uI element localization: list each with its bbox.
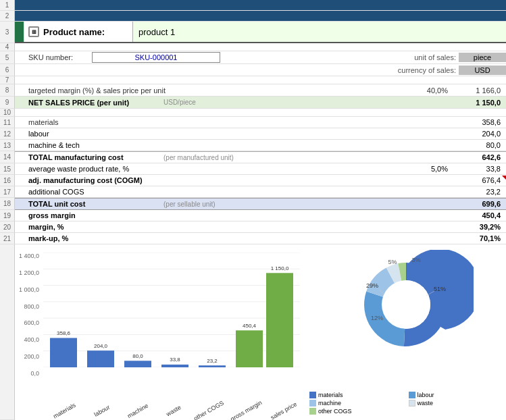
svg-point-23 [382, 280, 430, 329]
targeted-margin-label: targeted margin (%) & sales price per un… [24, 86, 405, 95]
total-mfg-label: TOTAL manufacturing cost [24, 153, 159, 162]
row-num-1: 1 [0, 0, 15, 11]
row-num-16: 16 [0, 175, 15, 186]
svg-text:3%: 3% [411, 257, 420, 263]
row-num-12: 12 [0, 128, 15, 140]
row-labour: 12 labour 204,0 [0, 128, 506, 140]
row-num-9: 9 [0, 97, 15, 109]
net-sales-note: USD/piece [159, 98, 213, 107]
net-sales-label: NET SALES PRICE (per unit) [24, 98, 159, 107]
row-currency: 6 currency of sales: USD [0, 64, 506, 76]
row-machine: 13 machine & tech 80,0 [0, 140, 506, 151]
row-markup: 21 mark-up, % 70,1% [0, 233, 506, 244]
row-num-3: 3 [0, 22, 15, 43]
targeted-margin-pct[interactable]: 40,0% [405, 86, 452, 95]
labour-val[interactable]: 204,0 [452, 129, 506, 138]
svg-text:23,2: 23,2 [207, 358, 218, 364]
avg-waste-val[interactable]: 33,8 [452, 164, 506, 174]
gross-margin-label: gross margin [24, 211, 452, 220]
product-icon: ⊞ [28, 26, 39, 37]
row-materials: 11 materials 358,6 [0, 117, 506, 128]
row-product-name: 3 ⊞ Product name: product 1 [0, 22, 506, 43]
markup-val[interactable]: 70,1% [452, 234, 506, 243]
donut-chart: 51% 29% 12% 5% 3% materials labour machi… [307, 247, 505, 417]
margin-pct-label: margin, % [24, 222, 452, 232]
svg-text:33,8: 33,8 [170, 357, 180, 363]
svg-text:1 150,0: 1 150,0 [271, 265, 289, 271]
machine-val[interactable]: 80,0 [452, 140, 506, 150]
additional-cogs-val[interactable]: 23,2 [452, 187, 506, 196]
row-4: 4 [0, 43, 506, 51]
svg-text:51%: 51% [433, 286, 445, 292]
svg-text:204,0: 204,0 [94, 343, 108, 349]
svg-text:12%: 12% [370, 315, 382, 321]
row-num-13: 13 [0, 140, 15, 151]
row-net-sales: 9 NET SALES PRICE (per unit) USD/piece 1… [0, 97, 506, 109]
row-num-4: 4 [0, 43, 15, 51]
bar-chart: 0,0 200,0 400,0 600,0 800,0 1 000,0 1 20… [16, 247, 307, 417]
row-num-17: 17 [0, 186, 15, 198]
row-num-chart [0, 244, 15, 420]
svg-text:450,4: 450,4 [243, 323, 257, 329]
materials-label: materials [24, 117, 452, 127]
margin-pct-val[interactable]: 39,2% [452, 222, 506, 232]
row-num-14: 14 [0, 151, 15, 163]
product-name-value[interactable]: product 1 [132, 22, 506, 42]
row-avg-waste: 15 average waste product rate, % 5,0% 33… [0, 163, 506, 175]
row-num-2: 2 [0, 11, 15, 22]
svg-rect-10 [87, 350, 114, 367]
currency-value: USD [459, 65, 506, 75]
row-1: 1 [0, 0, 506, 11]
sku-label: SKU number: [24, 53, 92, 61]
adj-mfg-label: adj. manufacturing cost (COGM) [24, 176, 452, 185]
total-mfg-val[interactable]: 642,6 [452, 153, 506, 162]
svg-text:5%: 5% [388, 259, 397, 265]
svg-rect-18 [236, 330, 263, 367]
bar-chart-svg: 358,6 204,0 80,0 33,8 23,2 450,4 [43, 253, 300, 367]
gross-margin-val[interactable]: 450,4 [452, 211, 506, 220]
svg-rect-12 [124, 361, 151, 367]
unit-label: unit of sales: [384, 53, 459, 61]
row-targeted-margin: 8 targeted margin (%) & sales price per … [0, 84, 506, 97]
row-total-mfg: 14 TOTAL manufacturing cost (per manufac… [0, 151, 506, 163]
row-num-15: 15 [0, 163, 15, 175]
row-num-20: 20 [0, 221, 15, 233]
row-num-5: 5 [0, 51, 15, 64]
avg-waste-label: average waste product rate, % [24, 164, 405, 174]
product-name-label: ⊞ Product name: [24, 22, 132, 42]
additional-cogs-label: additional COGS [24, 187, 452, 196]
svg-text:80,0: 80,0 [132, 353, 143, 359]
machine-label: machine & tech [24, 140, 452, 150]
sku-value[interactable]: SKU-000001 [92, 52, 220, 63]
row-charts: 0,0 200,0 400,0 600,0 800,0 1 000,0 1 20… [0, 244, 506, 420]
markup-label: mark-up, % [24, 234, 452, 243]
adj-mfg-val[interactable]: 676,4 [452, 176, 506, 185]
svg-rect-8 [50, 338, 77, 368]
donut-legend: materials labour machine waste other COG… [309, 392, 502, 415]
svg-rect-20 [266, 273, 293, 367]
row-margin-pct: 20 margin, % 39,2% [0, 221, 506, 233]
row-additional-cogs: 17 additional COGS 23,2 [0, 186, 506, 198]
total-unit-label: TOTAL unit cost [24, 199, 159, 209]
row-num-10: 10 [0, 109, 15, 117]
avg-waste-pct[interactable]: 5,0% [405, 164, 452, 174]
total-unit-val[interactable]: 699,6 [452, 199, 506, 209]
row-num-11: 11 [0, 117, 15, 128]
row-num-19: 19 [0, 210, 15, 221]
row-num-21: 21 [0, 233, 15, 244]
labour-label: labour [24, 129, 452, 138]
row-10: 10 [0, 109, 506, 117]
row-sku: 5 SKU number: SKU-000001 unit of sales: … [0, 51, 506, 64]
total-mfg-note: (per manufactured unit) [159, 153, 268, 162]
row-num-18: 18 [0, 198, 15, 210]
svg-rect-14 [161, 365, 188, 367]
row-adj-mfg: 16 adj. manufacturing cost (COGM) 676,4 [0, 175, 506, 186]
row-num-8: 8 [0, 84, 15, 97]
net-sales-val[interactable]: 1 150,0 [452, 98, 506, 107]
materials-val[interactable]: 358,6 [452, 117, 506, 127]
svg-text:29%: 29% [365, 282, 378, 289]
row-gross-margin: 19 gross margin 450,4 [0, 210, 506, 221]
row-total-unit: 18 TOTAL unit cost (per sellable unit) 6… [0, 198, 506, 210]
svg-text:358,6: 358,6 [57, 330, 71, 336]
targeted-margin-val[interactable]: 1 166,0 [452, 86, 506, 95]
